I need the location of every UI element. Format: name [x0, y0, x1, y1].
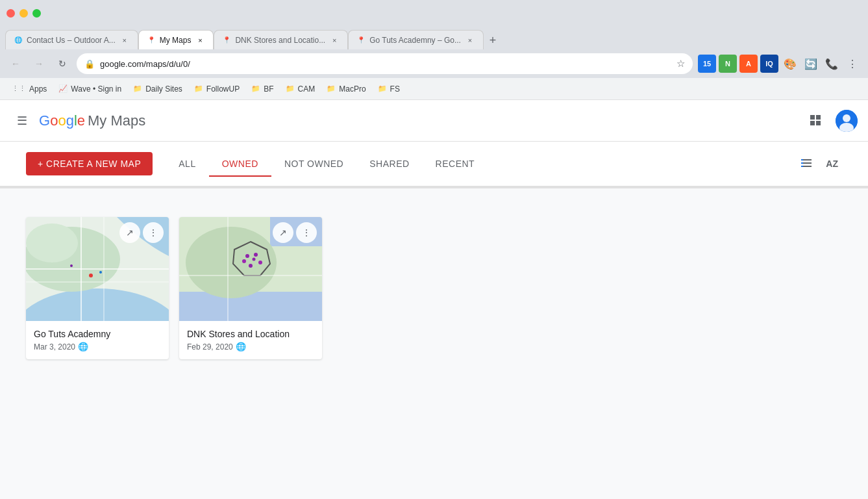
google-header: ☰ G o o g l e My Maps [0, 100, 868, 142]
tab-my-maps-favicon: 📍 [147, 36, 156, 45]
chrome-menu-button[interactable]: ⋮ [843, 55, 862, 73]
page-content: ☰ G o o g l e My Maps [0, 100, 868, 499]
map-dnk-actions: ↗ ⋮ [273, 222, 317, 243]
window-controls [6, 9, 41, 18]
action-bar: + CREATE A NEW MAP ALL OWNED NOT OWNED S… [0, 142, 868, 187]
app-title: My Maps [88, 112, 145, 129]
tab-go-tuts-label: Go Tuts Academny – Go... [369, 36, 461, 45]
svg-point-31 [258, 261, 262, 264]
google-logo: G o o g l e [39, 112, 85, 129]
cam-folder-icon: 📁 [286, 84, 295, 93]
map-card-dnk[interactable]: ↗ ⋮ DNK Stores and Location Feb 29, 2020… [179, 217, 322, 359]
view-controls: AZ [796, 153, 842, 174]
bookmark-fs[interactable]: 📁 FS [373, 82, 405, 96]
wave-icon: 📈 [58, 84, 68, 93]
create-new-map-button[interactable]: + CREATE A NEW MAP [26, 152, 153, 175]
logo-o2: o [58, 112, 66, 129]
tab-go-tuts-favicon: 📍 [356, 36, 366, 45]
map-thumbnail-go-tuts: ↗ ⋮ [26, 217, 169, 321]
close-window-button[interactable] [6, 9, 15, 18]
bookmark-wave[interactable]: 📈 Wave • Sign in [53, 82, 127, 96]
bookmark-bf[interactable]: 📁 BF [246, 82, 279, 96]
map-dnk-title: DNK Stores and Location [187, 329, 314, 339]
tab-dnk-close[interactable]: × [329, 35, 340, 45]
bookmarks-bar: ⋮⋮ Apps 📈 Wave • Sign in 📁 Daily Sites 📁… [0, 78, 868, 100]
bookmark-star-icon[interactable]: ☆ [676, 58, 685, 70]
svg-point-29 [245, 254, 249, 258]
header-right [804, 109, 858, 133]
avatar-icon [836, 110, 858, 132]
filter-tab-recent[interactable]: RECENT [423, 152, 488, 175]
bookmark-cam[interactable]: 📁 CAM [280, 82, 321, 96]
lock-icon: 🔒 [84, 59, 95, 69]
tab-my-maps-close[interactable]: × [195, 35, 205, 45]
sort-az-button[interactable]: AZ [822, 156, 842, 172]
bookmark-daily-sites[interactable]: 📁 Daily Sites [128, 82, 188, 96]
filter-tab-not-owned[interactable]: NOT OWNED [271, 152, 356, 175]
map-go-tuts-share-button[interactable]: ↗ [119, 222, 140, 243]
google-apps-grid-button[interactable] [804, 109, 828, 133]
bookmark-followup[interactable]: 📁 FollowUP [189, 82, 245, 96]
map-dnk-date: Feb 29, 2020 [187, 342, 233, 352]
extension-icon-1[interactable]: 15 [698, 55, 716, 73]
maximize-window-button[interactable] [32, 9, 41, 18]
az-label: AZ [826, 159, 838, 169]
bookmark-apps[interactable]: ⋮⋮ Apps [6, 82, 52, 96]
list-view-button[interactable] [796, 153, 817, 174]
address-input[interactable]: 🔒 google.com/maps/d/u/0/ ☆ [77, 53, 693, 74]
tab-dnk-favicon: 📍 [222, 36, 231, 45]
map-dnk-more-button[interactable]: ⋮ [296, 222, 317, 243]
macpro-folder-icon: 📁 [327, 84, 336, 93]
forward-button[interactable]: → [30, 55, 48, 73]
address-bar: ← → ↻ 🔒 google.com/maps/d/u/0/ ☆ 15 N A … [0, 49, 868, 78]
tab-contact-us-close[interactable]: × [119, 35, 130, 45]
maps-grid: ↗ ⋮ Go Tuts Academny Mar 3, 2020 🌐 [26, 201, 842, 375]
extension-icon-4[interactable]: IQ [760, 55, 778, 73]
map-go-tuts-meta: Mar 3, 2020 🌐 [34, 342, 161, 352]
extension-icon-3[interactable]: A [739, 55, 758, 73]
tab-go-tuts-close[interactable]: × [465, 35, 475, 45]
tab-my-maps[interactable]: 📍 My Maps × [138, 30, 214, 49]
extension-icon-5[interactable]: 🎨 [781, 55, 799, 73]
grid-icon-svg [810, 114, 823, 127]
svg-point-5 [843, 114, 850, 122]
tab-contact-us[interactable]: 🌐 Contact Us – Outdoor A... × [5, 30, 138, 49]
minimize-window-button[interactable] [19, 9, 28, 18]
bookmark-wave-label: Wave • Sign in [71, 84, 121, 94]
tabs-bar: 🌐 Contact Us – Outdoor A... × 📍 My Maps … [0, 26, 868, 49]
bf-folder-icon: 📁 [251, 84, 260, 93]
map-go-tuts-more-button[interactable]: ⋮ [143, 222, 164, 243]
map-card-go-tuts[interactable]: ↗ ⋮ Go Tuts Academny Mar 3, 2020 🌐 [26, 217, 169, 359]
tab-dnk-stores[interactable]: 📍 DNK Stores and Locatio... × [214, 30, 348, 49]
new-tab-button[interactable]: + [484, 31, 502, 49]
svg-point-16 [26, 224, 78, 262]
hamburger-menu-button[interactable]: ☰ [10, 109, 34, 133]
bookmark-followup-label: FollowUP [206, 84, 240, 94]
map-dnk-share-button[interactable]: ↗ [273, 222, 293, 243]
logo-g2: g [66, 112, 74, 129]
bookmark-bf-label: BF [264, 84, 273, 94]
back-button[interactable]: ← [6, 55, 25, 73]
filter-tab-owned[interactable]: OWNED [209, 152, 271, 175]
svg-point-27 [186, 227, 277, 298]
svg-point-22 [70, 264, 73, 267]
phone-toolbar-icon[interactable]: 📞 [823, 55, 841, 73]
tab-contact-us-favicon: 🌐 [14, 36, 23, 45]
map-go-tuts-title: Go Tuts Academny [34, 329, 161, 339]
tab-dnk-label: DNK Stores and Locatio... [235, 36, 325, 45]
hamburger-icon: ☰ [17, 114, 27, 128]
filter-tab-all[interactable]: ALL [166, 152, 208, 175]
svg-point-33 [242, 259, 246, 263]
extension-icon-2[interactable]: N [719, 55, 737, 73]
tab-go-tuts[interactable]: 📍 Go Tuts Academny – Go... × [348, 30, 484, 49]
svg-rect-2 [810, 121, 815, 125]
map-go-tuts-date: Mar 3, 2020 [34, 342, 75, 352]
svg-rect-25 [179, 292, 322, 321]
extension-icon-6[interactable]: 🔄 [802, 55, 820, 73]
bookmark-macpro[interactable]: 📁 MacPro [321, 82, 371, 96]
user-avatar[interactable] [836, 110, 858, 132]
reload-button[interactable]: ↻ [53, 55, 71, 73]
fs-folder-icon: 📁 [378, 84, 387, 93]
map-dnk-meta: Feb 29, 2020 🌐 [187, 342, 314, 352]
filter-tab-shared[interactable]: SHARED [356, 152, 422, 175]
